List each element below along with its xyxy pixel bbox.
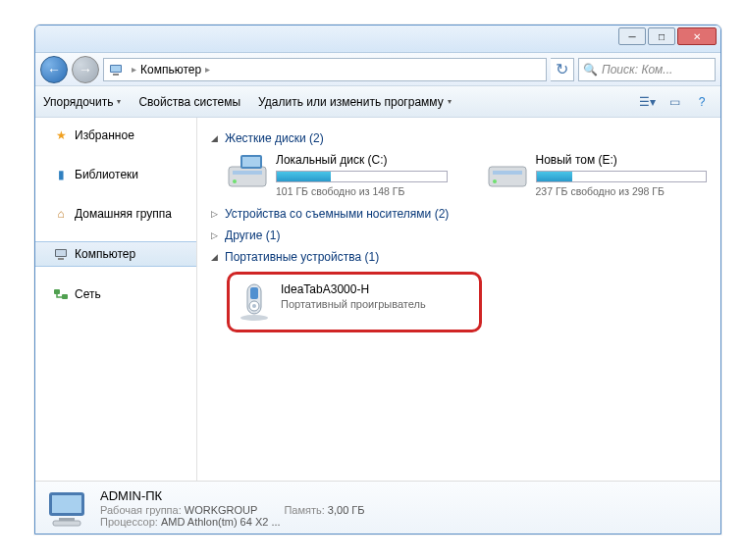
navigation-pane: ★ Избранное ▮ Библиотеки ⌂ Домашняя груп… (35, 118, 197, 481)
svg-point-20 (252, 304, 256, 308)
maximize-button[interactable]: □ (648, 27, 675, 45)
memory-value: 3,00 ГБ (328, 504, 365, 516)
network-icon (53, 286, 69, 302)
search-icon: 🔍 (583, 63, 598, 76)
svg-rect-24 (53, 521, 80, 526)
computer-large-icon (45, 488, 88, 528)
sidebar-favorites[interactable]: ★ Избранное (35, 124, 196, 147)
sidebar-computer[interactable]: Компьютер (35, 241, 196, 267)
uninstall-program-button[interactable]: Удалить или изменить программу (258, 95, 452, 109)
breadcrumb-computer[interactable]: Компьютер (140, 63, 201, 76)
device-subtitle: Портативный проигрыватель (281, 298, 426, 310)
computer-name: ADMIN-ПК (100, 488, 389, 503)
refresh-button[interactable]: ↻ (551, 58, 574, 81)
search-input[interactable]: 🔍 Поиск: Ком... (578, 58, 716, 81)
drive-name: Новый том (E:) (536, 153, 708, 167)
expand-icon (211, 230, 221, 240)
drive-icon (487, 153, 528, 190)
address-box[interactable]: ▸ Компьютер ▸ (103, 58, 547, 81)
address-bar: ← → ▸ Компьютер ▸ ↻ 🔍 Поиск: Ком... (35, 53, 720, 86)
svg-rect-14 (493, 171, 522, 175)
drive-usage-bar (536, 171, 708, 182)
minimize-button[interactable]: ─ (618, 27, 646, 45)
svg-rect-13 (489, 167, 526, 186)
svg-point-12 (233, 179, 237, 183)
media-player-icon (238, 282, 271, 322)
drive-name: Локальный диск (C:) (276, 153, 448, 167)
processor-value: AMD Athlon(tm) 64 X2 ... (161, 516, 281, 528)
section-removable[interactable]: Устройства со съемными носителями (2) (211, 207, 707, 221)
homegroup-icon: ⌂ (53, 206, 69, 222)
svg-rect-5 (58, 258, 64, 260)
system-properties-button[interactable]: Свойства системы (138, 95, 240, 109)
svg-rect-8 (229, 167, 266, 186)
svg-rect-4 (56, 250, 66, 256)
close-button[interactable]: ✕ (677, 27, 717, 45)
computer-icon (108, 62, 124, 77)
svg-point-16 (240, 315, 268, 321)
organize-menu[interactable]: Упорядочить (43, 95, 121, 109)
portable-device-item[interactable]: IdeaTabA3000-H Портативный проигрыватель (227, 272, 482, 332)
explorer-window: ─ □ ✕ ← → ▸ Компьютер ▸ ↻ 🔍 Поиск: Ком..… (34, 25, 721, 535)
svg-rect-1 (111, 66, 121, 72)
back-button[interactable]: ← (40, 56, 68, 83)
drive-free-text: 237 ГБ свободно из 298 ГБ (536, 185, 708, 197)
sidebar-libraries[interactable]: ▮ Библиотеки (35, 163, 196, 186)
search-placeholder: Поиск: Ком... (602, 63, 672, 76)
sidebar-homegroup[interactable]: ⌂ Домашняя группа (35, 202, 196, 226)
svg-rect-22 (52, 495, 81, 513)
view-options-button[interactable]: ☰▾ (636, 91, 658, 113)
section-portable[interactable]: Портативные устройства (1) (211, 250, 707, 264)
section-harddrives[interactable]: Жесткие диски (2) (211, 131, 707, 145)
details-pane: ADMIN-ПК Рабочая группа: WORKGROUP Памят… (35, 481, 720, 534)
star-icon: ★ (53, 127, 69, 143)
drive-icon (227, 153, 268, 190)
svg-rect-18 (250, 287, 258, 299)
drive-c[interactable]: Локальный диск (C:) 101 ГБ свободно из 1… (227, 153, 448, 197)
expand-icon (211, 133, 221, 143)
svg-rect-11 (242, 157, 260, 167)
help-button[interactable]: ? (691, 91, 713, 113)
sidebar-network[interactable]: Сеть (35, 282, 196, 306)
device-name: IdeaTabA3000-H (281, 282, 426, 296)
svg-rect-6 (54, 289, 60, 294)
expand-icon (211, 252, 221, 262)
workgroup-value: WORKGROUP (185, 504, 258, 516)
drive-usage-bar (276, 171, 448, 182)
section-other[interactable]: Другие (1) (211, 229, 707, 242)
command-bar: Упорядочить Свойства системы Удалить или… (35, 86, 720, 118)
forward-button[interactable]: → (72, 56, 99, 83)
libraries-icon: ▮ (53, 167, 69, 182)
svg-rect-2 (113, 74, 119, 76)
expand-icon (211, 209, 221, 219)
titlebar: ─ □ ✕ (35, 25, 720, 53)
content-pane: Жесткие диски (2) Локальный диск (C:) 10… (197, 118, 720, 481)
preview-pane-button[interactable]: ▭ (664, 91, 685, 113)
drive-e[interactable]: Новый том (E:) 237 ГБ свободно из 298 ГБ (487, 153, 708, 197)
drive-free-text: 101 ГБ свободно из 148 ГБ (276, 185, 448, 197)
svg-point-15 (493, 179, 497, 183)
svg-rect-9 (233, 171, 262, 175)
computer-icon (53, 246, 69, 262)
